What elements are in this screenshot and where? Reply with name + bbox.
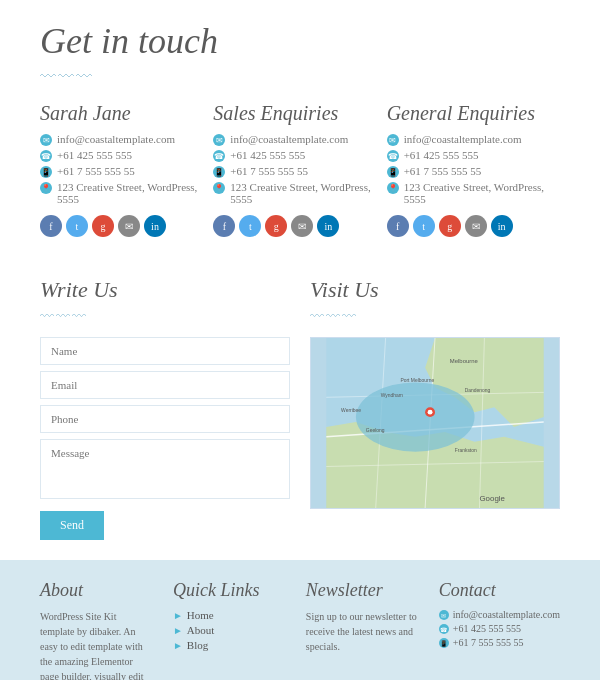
contact-address-1: 📍 123 Creative Street, WordPress, 5555 (213, 181, 386, 205)
contact-address-0: 📍 123 Creative Street, WordPress, 5555 (40, 181, 213, 205)
svg-text:Dandenong: Dandenong (465, 388, 491, 393)
twitter-icon-1[interactable]: t (239, 215, 261, 237)
facebook-icon-1[interactable]: f (213, 215, 235, 237)
svg-text:Werribee: Werribee (341, 408, 361, 413)
phone-icon-0: ☎ (40, 150, 52, 162)
footer-about-title: About (40, 580, 153, 601)
write-us-decoration: 〰〰〰 (40, 309, 290, 325)
linkedin-icon-2[interactable]: in (491, 215, 513, 237)
link-arrow-home: ► (173, 610, 183, 621)
svg-text:Wyndham: Wyndham (381, 393, 403, 398)
phone-icon-2: ☎ (387, 150, 399, 162)
svg-text:Google: Google (479, 494, 505, 503)
svg-text:Melbourne: Melbourne (450, 358, 479, 364)
visit-us-col: Visit Us 〰〰〰 (310, 277, 560, 540)
email-icon-2: ✉ (387, 134, 399, 146)
visit-us-decoration: 〰〰〰 (310, 309, 560, 325)
email-input[interactable] (40, 371, 290, 399)
contact-phone1-1: ☎ +61 425 555 555 (213, 149, 386, 162)
link-arrow-about: ► (173, 625, 183, 636)
footer-links-title: Quick Links (173, 580, 286, 601)
footer-email-icon: ✉ (439, 610, 449, 620)
footer-link-home[interactable]: ► Home (173, 609, 286, 621)
contact-phone2-2: 📱 +61 7 555 555 55 (387, 165, 560, 178)
footer-contact-title: Contact (439, 580, 560, 601)
footer-links-col: Quick Links ► Home ► About ► Blog (173, 580, 286, 680)
visit-us-title: Visit Us (310, 277, 560, 303)
svg-point-9 (356, 382, 475, 451)
name-input[interactable] (40, 337, 290, 365)
svg-text:Frankston: Frankston (455, 448, 477, 453)
contact-col-sarah: Sarah Jane ✉ info@coastaltemplate.com ☎ … (40, 102, 213, 237)
social-icons-2: f t g ✉ in (387, 215, 560, 237)
write-us-title: Write Us (40, 277, 290, 303)
mobile-icon-1: 📱 (213, 166, 225, 178)
footer-contact-col: Contact ✉ info@coastaltemplate.com ☎ +61… (439, 580, 560, 680)
contact-name-general: General Enquiries (387, 102, 560, 125)
contact-name-sales: Sales Enquiries (213, 102, 386, 125)
contact-name-sarah: Sarah Jane (40, 102, 213, 125)
facebook-icon-0[interactable]: f (40, 215, 62, 237)
title-decoration: 〰〰〰 (40, 68, 560, 86)
contact-email-0: ✉ info@coastaltemplate.com (40, 133, 213, 146)
svg-text:Geelong: Geelong (366, 428, 385, 433)
googleplus-icon-2[interactable]: g (439, 215, 461, 237)
email-icon-0: ✉ (40, 134, 52, 146)
email-social-icon-2[interactable]: ✉ (465, 215, 487, 237)
mobile-icon-2: 📱 (387, 166, 399, 178)
middle-section: Write Us 〰〰〰 Send Visit Us 〰〰〰 (0, 267, 600, 560)
footer-newsletter-title: Newsletter (306, 580, 419, 601)
contact-col-sales: Sales Enquiries ✉ info@coastaltemplate.c… (213, 102, 386, 237)
facebook-icon-2[interactable]: f (387, 215, 409, 237)
email-icon-1: ✉ (213, 134, 225, 146)
svg-point-11 (428, 410, 433, 415)
write-us-col: Write Us 〰〰〰 Send (40, 277, 290, 540)
contact-phone1-2: ☎ +61 425 555 555 (387, 149, 560, 162)
footer-section: About WordPress Site Kit template by dib… (0, 560, 600, 680)
contact-phone2-0: 📱 +61 7 555 555 55 (40, 165, 213, 178)
twitter-icon-2[interactable]: t (413, 215, 435, 237)
footer-contact-email: ✉ info@coastaltemplate.com (439, 609, 560, 620)
mobile-icon-0: 📱 (40, 166, 52, 178)
contact-email-2: ✉ info@coastaltemplate.com (387, 133, 560, 146)
footer-newsletter-col: Newsletter Sign up to our newsletter to … (306, 580, 419, 680)
social-icons-1: f t g ✉ in (213, 215, 386, 237)
location-icon-2: 📍 (387, 182, 399, 194)
footer-contact-phone1: ☎ +61 425 555 555 (439, 623, 560, 634)
googleplus-icon-0[interactable]: g (92, 215, 114, 237)
message-textarea[interactable] (40, 439, 290, 499)
linkedin-icon-0[interactable]: in (144, 215, 166, 237)
contact-phone1-0: ☎ +61 425 555 555 (40, 149, 213, 162)
svg-text:Port Melbourne: Port Melbourne (400, 378, 434, 383)
contact-email-1: ✉ info@coastaltemplate.com (213, 133, 386, 146)
twitter-icon-0[interactable]: t (66, 215, 88, 237)
map-container: Google Melbourne Werribee Wyndham Geelon… (310, 337, 560, 509)
googleplus-icon-1[interactable]: g (265, 215, 287, 237)
location-icon-1: 📍 (213, 182, 225, 194)
location-icon-0: 📍 (40, 182, 52, 194)
footer-phone-icon-1: ☎ (439, 624, 449, 634)
footer-about-text: WordPress Site Kit template by dibaker. … (40, 609, 153, 680)
email-social-icon-0[interactable]: ✉ (118, 215, 140, 237)
send-button[interactable]: Send (40, 511, 104, 540)
footer-newsletter-text: Sign up to our newsletter to receive the… (306, 609, 419, 654)
contact-phone2-1: 📱 +61 7 555 555 55 (213, 165, 386, 178)
contact-address-2: 📍 123 Creative Street, WordPress, 5555 (387, 181, 560, 205)
contact-col-general: General Enquiries ✉ info@coastaltemplate… (387, 102, 560, 237)
social-icons-0: f t g ✉ in (40, 215, 213, 237)
link-arrow-blog: ► (173, 640, 183, 651)
contacts-row: Sarah Jane ✉ info@coastaltemplate.com ☎ … (40, 102, 560, 237)
top-section: Get in touch 〰〰〰 Sarah Jane ✉ info@coast… (0, 0, 600, 267)
page-title: Get in touch (40, 20, 560, 62)
footer-about-col: About WordPress Site Kit template by dib… (40, 580, 153, 680)
footer-link-about[interactable]: ► About (173, 624, 286, 636)
footer-link-blog[interactable]: ► Blog (173, 639, 286, 651)
email-social-icon-1[interactable]: ✉ (291, 215, 313, 237)
footer-contact-phone2: 📱 +61 7 555 555 55 (439, 637, 560, 648)
linkedin-icon-1[interactable]: in (317, 215, 339, 237)
footer-phone-icon-2: 📱 (439, 638, 449, 648)
phone-icon-1: ☎ (213, 150, 225, 162)
phone-input[interactable] (40, 405, 290, 433)
